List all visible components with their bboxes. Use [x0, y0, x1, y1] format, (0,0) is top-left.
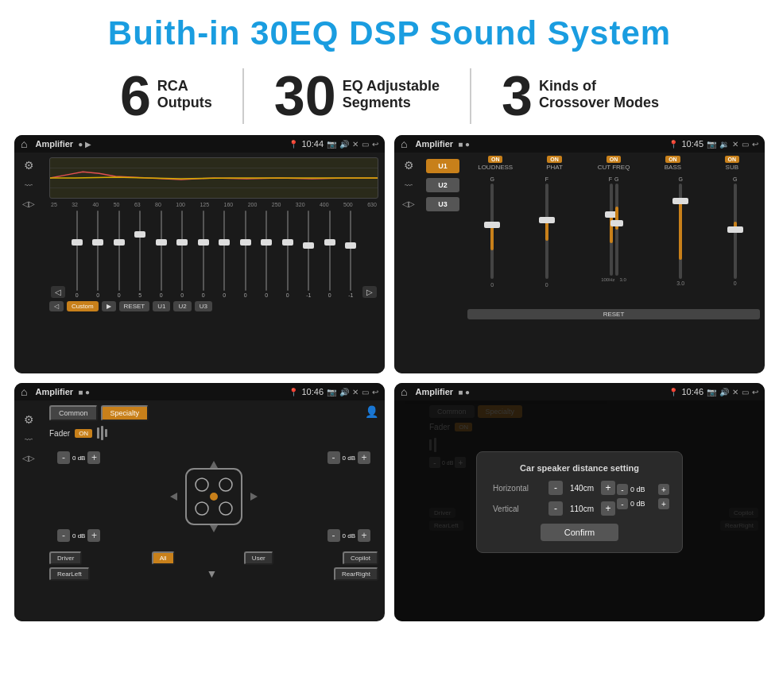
- eq-sidebar-icon-2[interactable]: 〰: [25, 181, 33, 190]
- eq-u2-btn[interactable]: U2: [173, 301, 191, 311]
- preset-u3[interactable]: U3: [426, 197, 459, 211]
- fader-all-btn[interactable]: All: [152, 551, 175, 565]
- dialog-confirm-btn[interactable]: Confirm: [541, 524, 619, 541]
- eq-slider-4[interactable]: 5: [131, 211, 150, 298]
- fader-rearright-btn[interactable]: RearRight: [334, 567, 378, 581]
- fader-sidebar-icon-3[interactable]: ◁▷: [22, 454, 35, 462]
- db-bl-plus[interactable]: +: [87, 529, 100, 542]
- eq-slider-10[interactable]: 0: [258, 211, 277, 298]
- fader-x-icon[interactable]: ✕: [352, 388, 358, 396]
- stats-row: 6 RCA Outputs 30 EQ Adjustable Segments …: [0, 60, 779, 135]
- crossover-back-icon[interactable]: ↩: [752, 140, 758, 149]
- crossover-sidebar-icon-3[interactable]: ◁▷: [402, 199, 415, 208]
- fader-back-icon[interactable]: ↩: [372, 388, 378, 396]
- eq-slider-5[interactable]: 0: [152, 211, 171, 298]
- fader-driver-btn[interactable]: Driver: [49, 551, 82, 565]
- stat-line1-eq: EQ Adjustable: [343, 78, 440, 95]
- eq-slider-2[interactable]: 0: [89, 211, 108, 298]
- screenshots-grid: ⌂ Amplifier ● ▶ 📍 10:44 📷 🔊 ✕ ▭ ↩ ⚙ 〰 ◁▷: [0, 135, 779, 629]
- dialog-db1-plus[interactable]: +: [658, 484, 669, 495]
- eq-left-arrow[interactable]: ◁: [51, 286, 65, 298]
- eq-slider-9[interactable]: 0: [236, 211, 255, 298]
- on-sub[interactable]: ON: [725, 156, 740, 163]
- eq-back-icon[interactable]: ↩: [372, 140, 378, 149]
- freq-63: 63: [134, 202, 141, 207]
- crossover-reset-btn[interactable]: RESET: [467, 309, 760, 319]
- eq-time: 10:44: [301, 139, 324, 149]
- eq-slider-7[interactable]: 0: [194, 211, 213, 298]
- stat-number-3: 3: [502, 68, 533, 124]
- fader-on-badge[interactable]: ON: [75, 429, 92, 438]
- eq-slider-8[interactable]: 0: [215, 211, 234, 298]
- on-cutfreq[interactable]: ON: [607, 156, 622, 163]
- eq-slider-1[interactable]: 0: [68, 211, 87, 298]
- fader-profile-icon[interactable]: 👤: [365, 405, 378, 421]
- fader-rearleft-btn[interactable]: RearLeft: [49, 567, 90, 581]
- phat-thumb[interactable]: [539, 217, 555, 223]
- eq-slider-12[interactable]: -1: [300, 211, 319, 298]
- db-tl-minus[interactable]: -: [57, 451, 70, 464]
- db-tl-plus[interactable]: +: [87, 451, 100, 464]
- eq-right-arrow[interactable]: ▷: [362, 286, 377, 298]
- eq-reset-btn[interactable]: RESET: [119, 301, 150, 311]
- cutfreq-g-thumb[interactable]: [610, 220, 623, 226]
- crossover-x-icon[interactable]: ✕: [732, 140, 738, 149]
- db-bl-minus[interactable]: -: [57, 529, 70, 542]
- eq-sliders: ◁ 0 0: [49, 211, 378, 298]
- crossover-sidebar-icon-2[interactable]: 〰: [405, 181, 413, 190]
- dialog-db2-minus[interactable]: -: [617, 498, 628, 509]
- fader-user-btn[interactable]: User: [244, 551, 273, 565]
- db-br-minus[interactable]: -: [327, 529, 340, 542]
- fader-sidebar-icon-1[interactable]: ⚙: [24, 407, 34, 426]
- eq-prev-btn[interactable]: ◁: [49, 301, 64, 311]
- sub-thumb[interactable]: [727, 226, 743, 233]
- eq-u3-btn[interactable]: U3: [195, 301, 212, 311]
- fader-tab-specialty[interactable]: Specialty: [101, 405, 149, 421]
- fader-home-icon[interactable]: ⌂: [21, 385, 27, 398]
- eq-u1-btn[interactable]: U1: [153, 301, 170, 311]
- eq-home-icon[interactable]: ⌂: [21, 137, 27, 150]
- preset-u2[interactable]: U2: [426, 178, 459, 192]
- dialog-horizontal-plus[interactable]: +: [601, 481, 615, 495]
- freq-32: 32: [72, 202, 78, 207]
- eq-slider-3[interactable]: 0: [110, 211, 129, 298]
- preset-u1[interactable]: U1: [426, 159, 459, 173]
- bass-thumb[interactable]: [672, 198, 688, 204]
- dialog-x-icon[interactable]: ✕: [732, 388, 738, 396]
- fader-tab-common[interactable]: Common: [49, 405, 98, 421]
- on-bass[interactable]: ON: [665, 156, 680, 163]
- dialog-db1-minus[interactable]: -: [617, 484, 628, 495]
- eq-x-icon[interactable]: ✕: [352, 140, 358, 149]
- dialog-db2-plus[interactable]: +: [658, 498, 669, 509]
- eq-slider-14[interactable]: -1: [342, 211, 361, 298]
- crossover-home-icon[interactable]: ⌂: [401, 137, 407, 150]
- eq-custom-btn[interactable]: Custom: [67, 301, 99, 311]
- fader-copilot-btn[interactable]: Copilot: [343, 551, 378, 565]
- dialog-vertical-minus[interactable]: -: [548, 501, 563, 516]
- eq-sidebar-icon-3[interactable]: ◁▷: [22, 199, 35, 208]
- freq-100: 100: [176, 202, 185, 207]
- on-loudness[interactable]: ON: [488, 156, 503, 163]
- stat-rca: 6 RCA Outputs: [90, 68, 242, 124]
- db-tr-minus[interactable]: -: [327, 451, 340, 464]
- dialog-home-icon[interactable]: ⌂: [401, 385, 407, 398]
- eq-slider-11[interactable]: 0: [278, 211, 297, 298]
- dialog-horizontal-minus[interactable]: -: [548, 481, 563, 495]
- stat-number-30: 30: [274, 68, 336, 124]
- eq-slider-13[interactable]: 0: [320, 211, 339, 298]
- col-sub: ON SUB: [704, 156, 760, 171]
- on-phat[interactable]: ON: [547, 156, 562, 163]
- dialog-vertical-plus[interactable]: +: [601, 501, 615, 516]
- dialog-back-icon[interactable]: ↩: [752, 388, 758, 396]
- crossover-sidebar-icon-1[interactable]: ⚙: [404, 159, 414, 172]
- db-tr-plus[interactable]: +: [358, 451, 370, 464]
- eq-play-btn[interactable]: ▶: [102, 301, 116, 311]
- loudness-thumb[interactable]: [484, 222, 500, 228]
- fader-car-area: - 0 dB + - 0 dB +: [49, 445, 378, 548]
- fader-down-arrow[interactable]: ▼: [206, 567, 217, 581]
- db-br-plus[interactable]: +: [358, 529, 370, 542]
- eq-sidebar-icon-1[interactable]: ⚙: [24, 159, 34, 172]
- fader-sidebar-icon-2[interactable]: 〰: [25, 435, 33, 444]
- eq-slider-6[interactable]: 0: [173, 211, 192, 298]
- freq-160: 160: [224, 202, 234, 207]
